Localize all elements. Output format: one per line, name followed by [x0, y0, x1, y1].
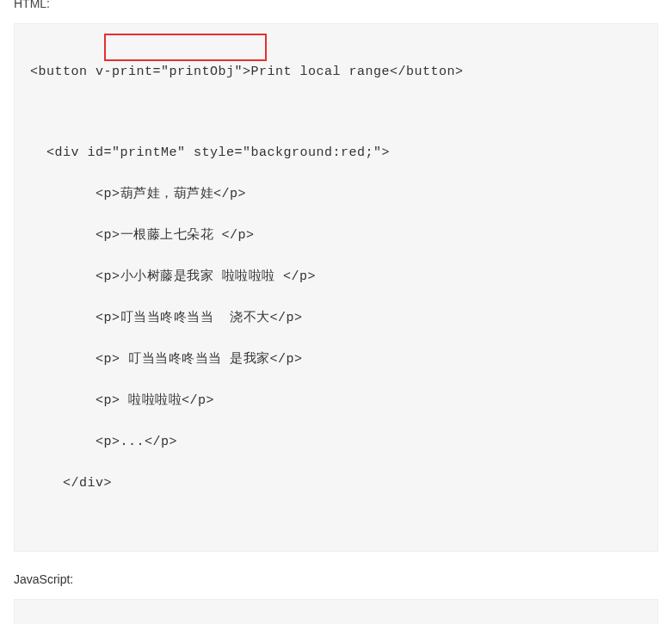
html-code-block: <button v-print="printObj">Print local r… — [14, 23, 658, 552]
javascript-section-label: JavaScript: — [14, 571, 658, 589]
code-line — [30, 102, 642, 123]
html-section-label: HTML: — [14, 0, 658, 13]
code-line: <p>一根藤上七朵花 </p> — [30, 225, 642, 247]
code-line: <p>叮当当咚咚当当 浇不大</p> — [30, 307, 642, 330]
code-line: </div> — [30, 473, 642, 495]
code-line: <p> 啦啦啦啦</p> — [30, 390, 642, 412]
code-line: <button v-print="printObj">Print local r… — [30, 61, 642, 83]
javascript-code-block: export default { data() { return { print… — [14, 599, 658, 625]
highlight-box-vprint — [104, 34, 267, 61]
code-line: <p>葫芦娃，葫芦娃</p> — [30, 183, 642, 206]
code-line: <div id="printMe" style="background:red;… — [30, 142, 642, 164]
code-line: <p>小小树藤是我家 啦啦啦啦 </p> — [30, 266, 642, 288]
code-line: <p>...</p> — [30, 431, 642, 454]
code-line: <p> 叮当当咚咚当当 是我家</p> — [30, 349, 642, 371]
